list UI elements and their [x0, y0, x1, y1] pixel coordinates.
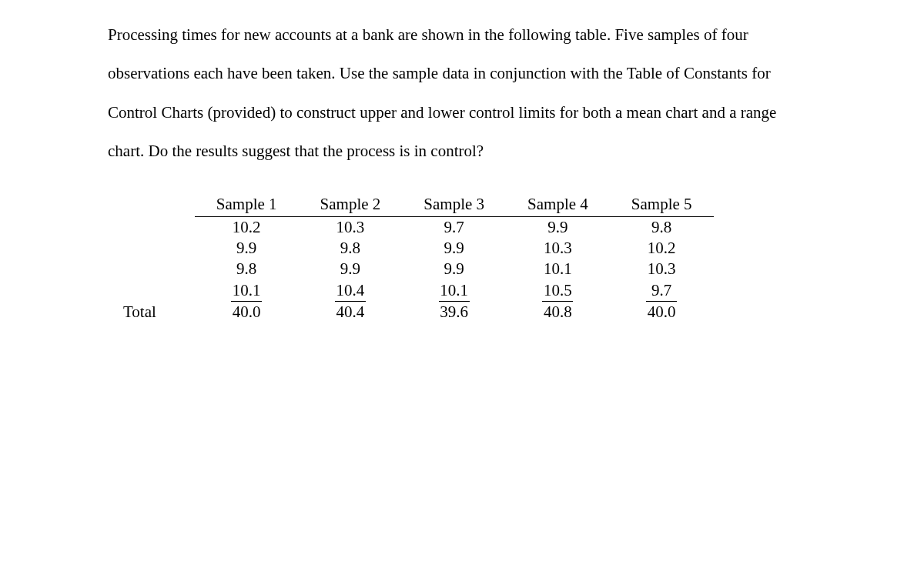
cell: 10.1 — [506, 259, 610, 279]
cell: 9.8 — [299, 238, 403, 259]
table-row: 10.1 10.4 10.1 10.5 9.7 — [123, 280, 714, 302]
data-table-container: Sample 1 Sample 2 Sample 3 Sample 4 Samp… — [108, 194, 816, 323]
total-cell: 40.0 — [195, 302, 299, 323]
total-cell: 40.8 — [506, 302, 610, 323]
total-cell: 40.4 — [299, 302, 403, 323]
total-cell: 39.6 — [402, 302, 506, 323]
table-total-row: Total 40.0 40.4 39.6 40.8 40.0 — [123, 302, 714, 323]
cell: 9.7 — [610, 280, 714, 302]
cell: 10.3 — [506, 238, 610, 259]
table-row: 9.9 9.8 9.9 10.3 10.2 — [123, 238, 714, 259]
total-label: Total — [123, 302, 195, 323]
empty-header — [123, 194, 195, 217]
cell: 10.1 — [195, 280, 299, 302]
cell: 10.2 — [610, 238, 714, 259]
table-row: 10.2 10.3 9.7 9.9 9.8 — [123, 216, 714, 238]
cell: 10.5 — [506, 280, 610, 302]
header-sample-2: Sample 2 — [299, 194, 403, 217]
table-row: 9.8 9.9 9.9 10.1 10.3 — [123, 259, 714, 279]
header-sample-3: Sample 3 — [402, 194, 506, 217]
header-sample-5: Sample 5 — [610, 194, 714, 217]
cell: 10.3 — [610, 259, 714, 279]
cell: 10.1 — [402, 280, 506, 302]
cell: 9.9 — [402, 238, 506, 259]
cell: 9.9 — [195, 238, 299, 259]
header-sample-4: Sample 4 — [506, 194, 610, 217]
cell: 9.8 — [195, 259, 299, 279]
cell: 9.9 — [402, 259, 506, 279]
total-cell: 40.0 — [610, 302, 714, 323]
question-text: Processing times for new accounts at a b… — [108, 15, 816, 171]
data-table: Sample 1 Sample 2 Sample 3 Sample 4 Samp… — [123, 194, 714, 323]
cell: 9.9 — [299, 259, 403, 279]
cell: 9.8 — [610, 216, 714, 238]
cell: 9.9 — [506, 216, 610, 238]
cell: 10.4 — [299, 280, 403, 302]
cell: 10.2 — [195, 216, 299, 238]
cell: 10.3 — [299, 216, 403, 238]
header-sample-1: Sample 1 — [195, 194, 299, 217]
cell: 9.7 — [402, 216, 506, 238]
